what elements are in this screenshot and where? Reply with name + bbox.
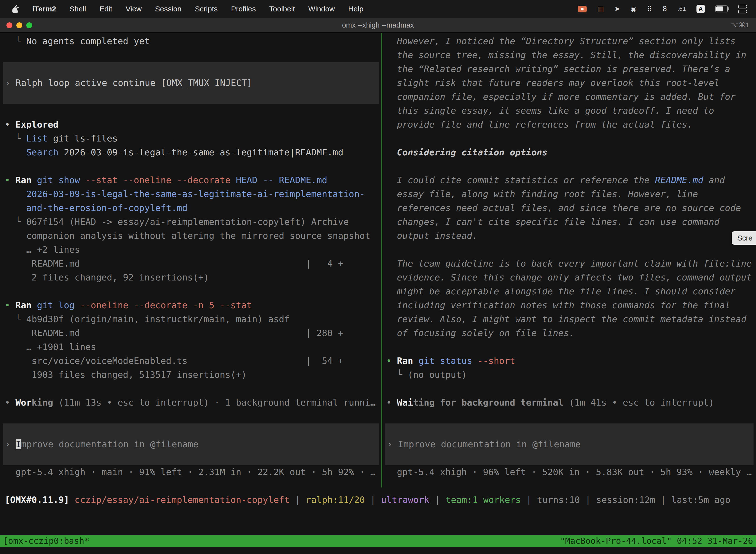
terminal-text-segment: review. Also, I might want to inspect th… (397, 314, 746, 324)
terminal-line: • Working (11m 13s • esc to interrupt) ·… (0, 396, 381, 409)
terminal-text-segment: … +2 lines (26, 244, 80, 255)
terminal-line: the source tree, missing the essay. Stil… (382, 48, 756, 62)
prompt-input-box[interactable]: › Improve documentation in @filename (3, 424, 379, 465)
terminal-line: • Ran git log --oneline --decorate -n 5 … (0, 298, 381, 312)
terminal-text-segment (53, 397, 59, 407)
menu-toolbelt[interactable]: Toolbelt (269, 5, 295, 13)
terminal-line (3, 424, 379, 437)
terminal-text-segment: | (580, 495, 596, 505)
terminal-text-segment: Ralph loop active continue [OMX_TMUX_INJ… (16, 78, 252, 88)
terminal-text-segment: However, I noticed the “Directory Struct… (397, 36, 736, 46)
terminal-text-segment: (11m 13s • esc to interrupt) · 1 backgro… (59, 397, 376, 407)
terminal-text-segment: ting for background terminal (413, 397, 564, 407)
terminal-text-segment: output instead. (397, 231, 478, 241)
terminal-line (382, 243, 756, 257)
battery-icon[interactable] (715, 5, 728, 12)
window-titlebar[interactable]: omx --xhigh --madmax ⌥⌘1 (0, 18, 756, 33)
terminal-line (3, 90, 379, 104)
terminal-text-segment: cczip/essay/ai-reimplementation-copyleft (75, 495, 290, 505)
terminal-text-segment: Ran (15, 175, 32, 185)
terminal-text-segment: Explored (15, 119, 58, 129)
terminal-text-segment: | (521, 495, 537, 505)
terminal-line: › Improve documentation in @filename (385, 437, 754, 451)
terminal-text-segment: Considering citation options (397, 147, 548, 157)
tmux-session-label[interactable]: [omx-cczip0:bash* (3, 536, 89, 546)
terminal-text-segment: this single essay, it seems like a good … (397, 106, 714, 116)
screen-edge-tooltip[interactable]: Scre (732, 231, 756, 245)
terminal-text-segment: --stat --oneline --decorate (85, 175, 231, 185)
menu-window[interactable]: Window (308, 5, 335, 13)
prompt-input-box[interactable]: › Improve documentation in @filename (385, 424, 754, 465)
terminal-area[interactable]: └ No agents completed yet› Ralph loop ac… (0, 33, 756, 554)
menu-session[interactable]: Session (155, 5, 182, 13)
terminal-text-segment: provide file and line references from th… (397, 119, 693, 129)
terminal-text-segment: • (386, 356, 397, 366)
window-shortcut-hint: ⌥⌘1 (731, 21, 749, 29)
terminal-line: README.md | 4 + (0, 257, 381, 271)
terminal-text-segment: • (5, 300, 15, 310)
terminal-text-segment: [OMX#0.11.9] (5, 495, 75, 505)
zoom-button[interactable] (26, 22, 32, 28)
terminal-text-segment: └ (15, 314, 26, 324)
prompt-input-box[interactable]: › Ralph loop active continue [OMX_TMUX_I… (3, 62, 379, 104)
terminal-line (382, 382, 756, 396)
terminal-line: I could cite commit statistics or refere… (382, 173, 756, 187)
terminal-text-segment: last:5m ago (672, 495, 731, 505)
menu-iterm2[interactable]: iTerm2 (32, 5, 56, 13)
terminal-text-segment: git log (37, 300, 75, 310)
terminal-text-segment: (1m 41s • esc to interrupt) (569, 397, 714, 407)
terminal-line: changes, I can't cite specific file line… (382, 215, 756, 229)
terminal-text-segment: • (386, 397, 397, 407)
terminal-line: src/voice/voiceModeEnabled.ts | 54 + (0, 354, 381, 368)
terminal-line: 2026-03-09-is-legal-the-same-as-legitima… (0, 187, 381, 201)
terminal-line (382, 409, 756, 424)
terminal-text-segment (472, 356, 478, 366)
terminal-line: 2 files changed, 92 insertions(+) (0, 271, 381, 284)
stat-gauge-icon[interactable]: .61 (677, 6, 686, 12)
control-center-icon[interactable] (738, 5, 747, 13)
left-pane[interactable]: └ No agents completed yet› Ralph loop ac… (0, 33, 381, 494)
menu-shell[interactable]: Shell (69, 5, 86, 13)
terminal-text-segment: and-the-erosion-of-copyleft.md (26, 203, 188, 213)
terminal-text-segment: ralph:11/20 (306, 495, 365, 505)
terminal-line: of focusing solely on file lines. (382, 326, 756, 340)
terminal-text-segment: (no output) (408, 370, 467, 380)
tmux-host-time: "MacBook-Pro-44.local" 04:52 31-Mar-26 (560, 536, 753, 546)
menu-profiles[interactable]: Profiles (231, 5, 256, 13)
terminal-text-segment: team:1 workers (445, 495, 521, 505)
terminal-text-segment: session:12m (596, 495, 655, 505)
terminal-text-segment: --oneline --decorate -n 5 --stat (80, 300, 252, 310)
close-button[interactable] (6, 22, 12, 28)
terminal-line (382, 159, 756, 173)
terminal-text-segment: gpt-5.4 xhigh · 96% left · 520K in · 5.8… (397, 467, 752, 477)
window-title: omx --xhigh --madmax (342, 21, 414, 29)
keypad-app-icon[interactable]: 8 (663, 5, 667, 12)
apple-menu-icon[interactable] (12, 5, 19, 13)
terminal-line: slight risk that future readers may over… (382, 76, 756, 90)
terminal-line: Considering citation options (382, 146, 756, 159)
terminal-line: • Explored (0, 118, 381, 131)
menu-edit[interactable]: Edit (100, 5, 112, 13)
right-pane[interactable]: However, I noticed the “Directory Struct… (382, 33, 756, 494)
terminal-line (0, 382, 381, 396)
terminal-line (3, 62, 379, 76)
dots-grid-icon[interactable]: ⠿ (647, 5, 652, 12)
terminal-text-segment: --short (478, 356, 515, 366)
grid-app-icon[interactable]: ▦ (597, 5, 604, 12)
menu-view[interactable]: View (126, 5, 142, 13)
menu-help[interactable]: Help (348, 5, 364, 13)
terminal-text-segment: the source tree, missing the essay. Stil… (397, 50, 746, 60)
menu-scripts[interactable]: Scripts (195, 5, 218, 13)
terminal-line: including verification notes with those … (382, 298, 756, 312)
minimize-button[interactable] (16, 22, 22, 28)
terminal-line (0, 284, 381, 298)
pointer-app-icon[interactable]: ➤ (614, 5, 620, 12)
terminal-line (382, 131, 756, 146)
input-source-icon[interactable]: A (696, 5, 705, 13)
terminal-line: … +2 lines (0, 243, 381, 257)
terminal-text-segment: The team guideline is to back every impo… (397, 258, 752, 269)
screen-recording-indicator[interactable] (578, 6, 587, 12)
terminal-line: essay file, along with finding root file… (382, 187, 756, 201)
circle-app-icon[interactable]: ◉ (630, 5, 636, 12)
terminal-text-segment: king (32, 397, 53, 407)
